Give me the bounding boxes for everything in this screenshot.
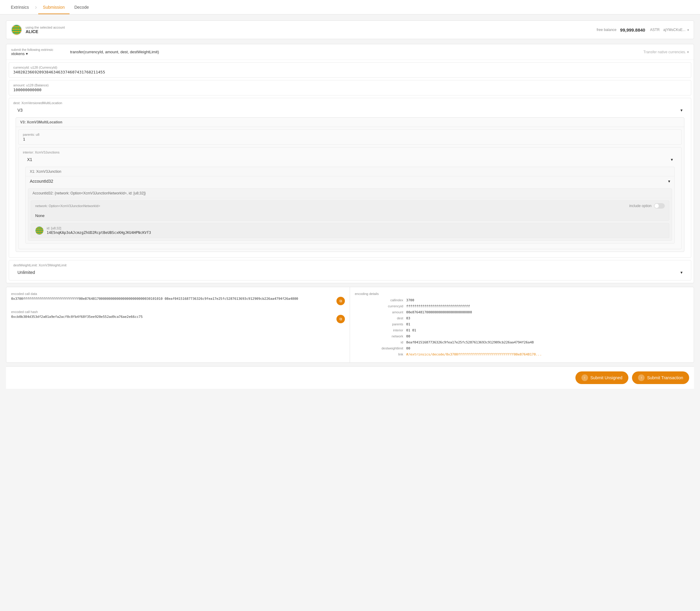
submit-transaction-label: Submit Transaction [647,375,683,380]
et-value: 01 01 [406,327,688,333]
et-label: dest [355,315,406,321]
currency-id-value[interactable]: 340282366920938463463374607431768211455 [13,70,687,74]
interior-dropdown-arrow: ▾ [671,157,673,162]
include-option-toggle[interactable] [654,203,665,209]
extrinsic-header-row: submit the following extrinsic xtokens ▾… [6,44,694,60]
account-right: free balance 99,999.8840 ASTR ajYMsCKsE.… [597,27,689,32]
account-left: using the selected account ALICE [11,25,65,35]
module-select[interactable]: xtokens ▾ [11,51,65,56]
extrinsic-hint[interactable]: Transfer native currencies. ▾ [643,50,689,54]
nav-item-decode[interactable]: Decode [70,0,93,14]
encoding-table-row: amount 00e876481700000000000000000000000 [355,309,688,315]
parents-field: parents: u8 1 [18,130,682,145]
nav-divider: › [35,4,37,11]
include-option-label: include option [629,204,652,208]
encoding-link-row: link #/extrinsics/decode/0x3700fffffffff… [355,352,688,357]
et-label: parents [355,322,406,327]
encoding-table-row: dest 03 [355,315,688,321]
amount-label: amount: u128 (Balance) [13,84,687,87]
address-short: ajYMsCKsE... [663,28,686,32]
id-section: id: [u8;32] 14E5nqKAp3oAJcmzgZhUD2RcptBe… [31,223,669,238]
dest-select[interactable]: V3 ▾ [13,105,687,115]
nav-label-submission: Submission [43,5,65,10]
v3-section: V3: XcmV3MultiLocation parents: u8 1 int… [16,117,684,252]
dest-field: dest: XcmVersionedMultiLocation V3 ▾ V3:… [9,98,691,258]
x1-dropdown-arrow: ▾ [668,179,670,183]
extrinsic-card: submit the following extrinsic xtokens ▾… [6,44,694,283]
address-dropdown-arrow: ▾ [687,28,689,32]
encoded-right: encoding details callindex 3700 currency… [350,287,694,362]
encoding-table-row: destweightlimit 00 [355,345,688,351]
interior-value: X1 [27,157,32,162]
network-include-row: network: Option<XcmV3JunctionNetworkId> … [31,201,669,211]
dest-value: V3 [17,108,23,113]
et-label: amount [355,309,406,315]
nav-label-decode: Decode [74,5,89,10]
network-section: network: Option<XcmV3JunctionNetworkId> … [31,200,669,221]
et-value: 00 [406,333,688,339]
network-label: network: Option<XcmV3JunctionNetworkId> [35,204,100,208]
interior-select[interactable]: X1 ▾ [23,155,677,164]
id-value[interactable]: 14E5nqKAp3oAJcmzgZhUD2RcptBeUBScxKHgJKU4… [47,230,151,235]
extrinsic-method: transfer(currencyId, amount, dest, destW… [70,50,639,54]
x1-select[interactable]: AccountId32 ▾ [26,176,674,186]
encoded-call-hash-pair: encoded call hash 0xcb0b384d353df2a01a9e… [11,310,345,323]
link-label: link [355,352,406,357]
copy-call-data-button[interactable]: ⧉ [337,297,345,305]
et-value: 01 [406,322,688,327]
encoding-table-row: currencyid fffffffffffffffffffffffffffff… [355,303,688,309]
dest-label: dest: XcmVersionedMultiLocation [13,101,687,105]
balance-unit: ASTR [650,28,660,32]
nav-item-submission[interactable]: Submission [38,0,70,14]
dest-weight-limit-select[interactable]: Unlimited ▾ [13,268,687,277]
x1-label: X1: XcmV3Junction [26,167,674,176]
encoded-call-hash-label: encoded call hash [11,310,345,314]
id-label: id: [u8;32] [47,226,151,230]
dest-weight-limit-label: destWeightLimit: XcmV3WeightLimit [13,263,687,267]
link-value[interactable]: #/extrinsics/decode/0x3700ffffffffffffff… [406,352,688,357]
et-label: callindex [355,297,406,303]
et-label: destweightlimit [355,345,406,351]
encoded-call-hash-text: 0xcb0b384d353df2a01a9efa2acf0c0fb4f68f35… [11,315,334,319]
amount-field: amount: u128 (Balance) 100000000000 [9,80,691,95]
dest-weight-limit-field: destWeightLimit: XcmV3WeightLimit Unlimi… [9,260,691,281]
accountid32-section: AccountId32: {network: Option<XcmV3Junct… [28,189,672,241]
interior-field: interior: XcmV3Junctions X1 ▾ X1: XcmV3J… [18,147,682,249]
account-header: using the selected account ALICE free ba… [6,20,694,39]
main-content: using the selected account ALICE free ba… [0,14,700,395]
top-navigation: Extrinsics › Submission Decode [0,0,700,14]
submit-transaction-button[interactable]: ↑ Submit Transaction [632,371,689,384]
encoding-table-row: id 8eaf04151687736326c9fea17e25fc5287613… [355,340,688,345]
encoded-call-hash-value: 0xcb0b384d353df2a01a9efa2acf0c0fb4f68f35… [11,315,345,323]
v3-header: V3: XcmV3MultiLocation [16,118,684,127]
module-name: xtokens [11,51,25,56]
toggle-knob [655,204,659,208]
et-value: 8eaf04151687736326c9fea17e25fc5287613693… [406,340,688,345]
nav-item-extrinsics[interactable]: Extrinsics [6,0,34,14]
copy-call-hash-button[interactable]: ⧉ [337,315,345,323]
x1-section: X1: XcmV3Junction AccountId32 ▾ AccountI… [25,167,675,243]
avatar-image [12,25,21,35]
module-dropdown-arrow: ▾ [26,51,28,56]
encoding-table-row: network 00 [355,333,688,339]
submit-unsigned-button[interactable]: ↑ Submit Unsigned [576,371,629,384]
amount-value[interactable]: 100000000000 [13,88,687,92]
submit-unsigned-icon: ↑ [581,374,588,381]
interior-label: interior: XcmV3Junctions [23,150,677,154]
encoding-details-table: callindex 3700 currencyid ffffffffffffff… [355,297,689,358]
hint-dropdown: ▾ [687,50,689,54]
account-address[interactable]: ajYMsCKsE... ▾ [663,28,689,32]
parents-value[interactable]: 1 [23,137,677,141]
encoded-call-data-text: 0x3700ffffffffffffffffffffffffffff00e876… [11,297,334,301]
encoded-section: encoded call data 0x3700ffffffffffffffff… [6,287,694,363]
dest-weight-limit-value: Unlimited [17,270,35,275]
parents-label: parents: u8 [23,133,677,136]
balance-value: 99,999.8840 [620,27,645,32]
id-avatar [35,226,44,235]
x1-value: AccountId32 [30,179,53,183]
dest-dropdown-arrow: ▾ [681,108,683,113]
encoded-call-data-label: encoded call data [11,292,345,296]
id-row: id: [u8;32] 14E5nqKAp3oAJcmzgZhUD2RcptBe… [31,223,669,238]
et-value: 3700 [406,297,688,303]
avatar [11,25,22,35]
